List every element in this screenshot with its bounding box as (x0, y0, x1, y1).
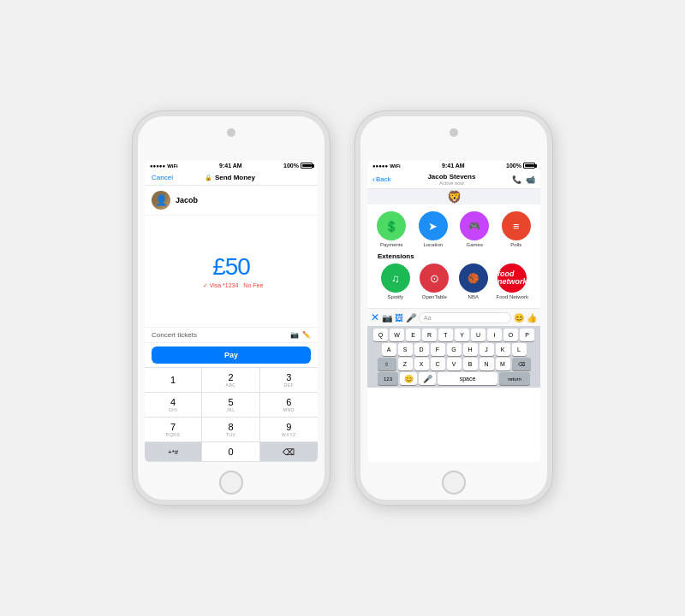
key-a[interactable]: A (382, 343, 396, 356)
message-input-field[interactable]: Aa (419, 312, 511, 323)
contact-name-messenger: Jacob Stevens (391, 173, 512, 181)
opentable-symbol: ⊙ (430, 272, 439, 285)
app-location[interactable]: ➤ Location (414, 211, 453, 247)
amount-display: £50 (212, 253, 250, 281)
key-0[interactable]: 0 (202, 442, 259, 462)
key-e[interactable]: E (406, 329, 420, 341)
home-button-1[interactable] (219, 471, 243, 495)
key-5[interactable]: 5JKL (202, 393, 259, 418)
key-b[interactable]: B (463, 358, 478, 370)
key-f[interactable]: F (431, 343, 445, 356)
photo-button[interactable]: 🖼 (395, 313, 403, 323)
payment-method: ✓ Visa *1234 No Fee (200, 282, 264, 289)
back-button[interactable]: ‹ Back (372, 175, 391, 184)
key-y[interactable]: Y (455, 329, 469, 341)
key-6[interactable]: 6MNO (260, 393, 318, 418)
avatar: 👤 (152, 191, 170, 210)
key-j[interactable]: J (480, 343, 494, 356)
ext-food-network[interactable]: foodnetwork Food Network (495, 264, 531, 299)
status-left-2: ●●●●● WiFi (372, 163, 401, 169)
games-symbol: 🎮 (468, 221, 480, 232)
thumbs-up-button[interactable]: 👍 (527, 313, 537, 323)
key-m[interactable]: M (496, 358, 510, 370)
extensions-grid: ♫ Spotify ⊙ OpenTable 🏀 NBA (372, 264, 535, 305)
camera-icon[interactable]: 📷 (290, 331, 299, 339)
key-q[interactable]: Q (373, 329, 388, 341)
nav-bar-send-money: Cancel 🔒 Send Money (145, 170, 318, 186)
key-z[interactable]: Z (398, 358, 413, 370)
key-p[interactable]: P (520, 329, 534, 341)
messenger-x-button[interactable]: ✕ (371, 311, 379, 323)
time-display-1: 9:41 AM (219, 163, 242, 169)
phone-send-money: ●●●●● WiFi 9:41 AM 100% Cancel 🔒 Send Mo… (133, 111, 330, 505)
status-bar-2: ●●●●● WiFi 9:41 AM 100% (367, 161, 540, 170)
mic-key[interactable]: 🎤 (419, 372, 436, 385)
key-backspace[interactable]: ⌫ (260, 442, 318, 462)
memo-row[interactable]: Concert tickets 📷 ✏️ (145, 327, 318, 343)
phone-call-icon[interactable]: 📞 (512, 175, 521, 184)
key-v[interactable]: V (447, 358, 462, 370)
wifi-icon: WiFi (167, 163, 178, 169)
key-r[interactable]: R (422, 329, 437, 341)
key-8[interactable]: 8TUV (202, 418, 259, 442)
key-d[interactable]: D (414, 343, 429, 356)
key-w[interactable]: W (390, 329, 404, 341)
ext-opentable[interactable]: ⊙ OpenTable (417, 264, 453, 299)
key-h[interactable]: H (463, 343, 478, 356)
cancel-button[interactable]: Cancel (152, 174, 173, 181)
key-4[interactable]: 4GHI (145, 393, 202, 418)
video-call-icon[interactable]: 📹 (526, 175, 535, 184)
key-u[interactable]: U (471, 329, 485, 341)
status-right-2: 100% (506, 163, 535, 169)
key-x[interactable]: X (414, 358, 429, 370)
key-t[interactable]: T (438, 329, 453, 341)
games-icon: 🎮 (460, 211, 489, 240)
backspace-key[interactable]: ⌫ (512, 358, 531, 370)
emoji-key[interactable]: 😊 (400, 372, 417, 385)
pay-button[interactable]: Pay (152, 346, 311, 364)
nba-icon: 🏀 (459, 264, 488, 293)
ext-spotify[interactable]: ♫ Spotify (378, 264, 414, 299)
key-2[interactable]: 2ABC (202, 368, 259, 393)
phone2-screen: ●●●●● WiFi 9:41 AM 100% ‹ Back Jacob Ste… (367, 161, 540, 462)
key-c[interactable]: C (431, 358, 445, 370)
battery-percent-2: 100% (506, 163, 521, 169)
key-o[interactable]: O (503, 329, 518, 341)
app-polls[interactable]: ≡ Polls (497, 211, 536, 247)
sticker-area: 🦁 (367, 189, 540, 204)
return-key[interactable]: return (499, 372, 530, 385)
signal-strength-2: ●●●●● (372, 163, 388, 169)
key-s[interactable]: S (398, 343, 413, 356)
memo-icons: 📷 ✏️ (290, 331, 311, 339)
ext-nba[interactable]: 🏀 NBA (456, 264, 491, 299)
battery-percent-1: 100% (283, 163, 299, 169)
microphone-button[interactable]: 🎤 (406, 313, 416, 323)
key-i[interactable]: I (487, 329, 502, 341)
edit-icon[interactable]: ✏️ (302, 331, 311, 339)
app-games[interactable]: 🎮 Games (456, 211, 494, 247)
shift-key[interactable]: ⇧ (378, 358, 396, 370)
key-1[interactable]: 1 (145, 368, 202, 393)
emoji-button[interactable]: 😊 (514, 313, 524, 323)
messenger-actions: 📞 📹 (512, 175, 535, 184)
signal-strength: ●●●●● (150, 163, 165, 169)
key-3[interactable]: 3DEF (260, 368, 318, 393)
key-7[interactable]: 7PQRS (145, 418, 202, 442)
key-l[interactable]: L (512, 343, 527, 356)
extensions-title: Extensions (372, 252, 535, 264)
key-n[interactable]: N (480, 358, 494, 370)
app-payments-label: Payments (380, 242, 403, 247)
key-k[interactable]: K (496, 343, 510, 356)
chat-apps-grid: 💲 Payments ➤ Location 🎮 Games (367, 204, 540, 308)
key-9[interactable]: 9WXYZ (260, 418, 318, 442)
key-symbols[interactable]: +*# (145, 442, 202, 462)
space-key[interactable]: space (438, 372, 497, 385)
battery-icon-2 (523, 163, 535, 169)
app-payments[interactable]: 💲 Payments (372, 211, 411, 247)
kb-row-1: Q W E R T Y U I O P (369, 329, 539, 341)
key-g[interactable]: G (447, 343, 462, 356)
key-123[interactable]: 123 (378, 372, 398, 385)
camera-button[interactable]: 📷 (382, 313, 392, 323)
home-button-2[interactable] (442, 471, 466, 495)
ext-food-label: Food Network (497, 294, 528, 299)
